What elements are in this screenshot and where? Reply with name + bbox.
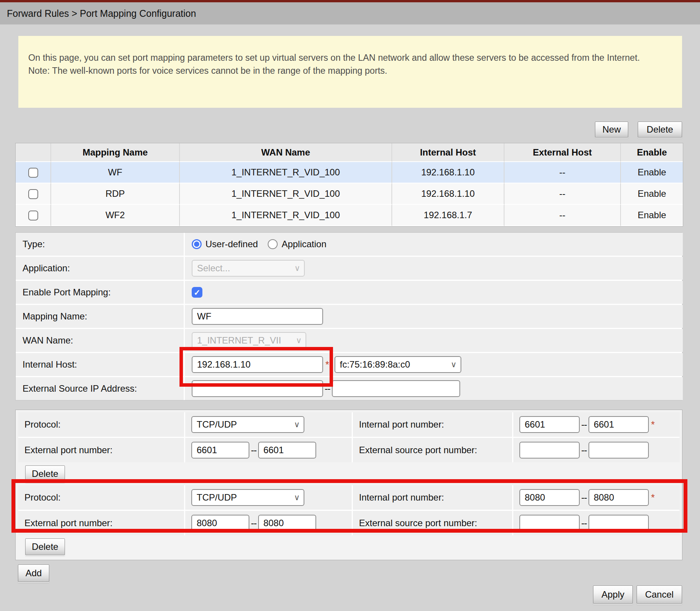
application-value-cell: Select...	[185, 257, 683, 280]
column-header-internal-host: Internal Host	[392, 143, 504, 162]
mapping-name-label: Mapping Name:	[16, 305, 184, 328]
mapping-name-input[interactable]	[192, 308, 323, 325]
chevron-down-icon	[296, 335, 302, 345]
application-select[interactable]: Select...	[192, 260, 305, 277]
port-rules-panel: Protocol: TCP/UDP Internal port number: …	[15, 410, 682, 560]
range-separator: --	[251, 518, 257, 529]
enable-port-mapping-label: Enable Port Mapping:	[16, 281, 184, 304]
protocol-select-value: TCP/UDP	[197, 419, 237, 430]
protocol-select-value: TCP/UDP	[197, 492, 237, 503]
range-separator: --	[581, 419, 587, 430]
cancel-button[interactable]: Cancel	[637, 585, 682, 604]
range-separator: --	[581, 492, 587, 503]
external-port-to-input[interactable]	[258, 515, 316, 532]
table-row: WF 1_INTERNET_R_VID_100 192.168.1.10 -- …	[16, 162, 683, 183]
column-header-mapping-name: Mapping Name	[51, 143, 180, 162]
protocol-value-cell: TCP/UDP	[185, 485, 352, 510]
row-checkbox[interactable]	[28, 211, 38, 220]
enable-cell: Enable	[621, 205, 683, 226]
application-select-value: Select...	[197, 263, 230, 274]
application-label: Application:	[16, 257, 184, 280]
external-source-port-value-cell: --	[513, 511, 680, 535]
row-checkbox[interactable]	[28, 189, 38, 199]
internal-port-from-input[interactable]	[519, 489, 580, 506]
column-header-external-host: External Host	[504, 143, 621, 162]
wan-name-cell: 1_INTERNET_R_VID_100	[180, 183, 392, 205]
external-source-port-from-input[interactable]	[519, 442, 580, 459]
external-port-value-cell: --	[185, 511, 352, 535]
external-source-port-to-input[interactable]	[588, 515, 649, 532]
port-mapping-form: Type: User-defined Application Applicati…	[15, 232, 682, 400]
mapping-name-cell: RDP	[51, 183, 180, 205]
internal-port-value-cell: -- *	[513, 485, 680, 510]
wan-name-select[interactable]: 1_INTERNET_R_VII	[192, 332, 306, 349]
port-rule-block: Protocol: TCP/UDP Internal port number: …	[18, 485, 679, 558]
internal-port-value-cell: -- *	[513, 412, 680, 437]
type-value-cell: User-defined Application	[185, 233, 683, 256]
external-port-label: External port number:	[18, 438, 184, 462]
type-label: Type:	[16, 233, 184, 256]
internal-host-cell: 192.168.1.10	[392, 183, 504, 205]
row-checkbox[interactable]	[28, 168, 38, 178]
column-header-checkbox	[16, 143, 51, 162]
external-port-label: External port number:	[18, 511, 184, 535]
external-port-from-input[interactable]	[191, 442, 249, 459]
internal-port-to-input[interactable]	[588, 489, 649, 506]
internal-host-input[interactable]	[192, 356, 323, 373]
external-source-port-from-input[interactable]	[519, 515, 580, 532]
rule-delete-button[interactable]: Delete	[25, 538, 65, 555]
chevron-down-icon	[294, 492, 300, 502]
table-row: RDP 1_INTERNET_R_VID_100 192.168.1.10 --…	[16, 183, 683, 205]
internal-host-mac-select[interactable]: fc:75:16:89:8a:c0	[335, 356, 461, 373]
enable-cell: Enable	[621, 162, 683, 183]
apply-button[interactable]: Apply	[593, 585, 633, 604]
type-radio-user-defined[interactable]	[192, 239, 202, 249]
internal-port-label: Internal port number:	[353, 412, 512, 437]
range-separator: --	[325, 383, 330, 394]
mapping-name-value-cell	[185, 305, 683, 328]
page-header: Forward Rules > Port Mapping Configurati…	[0, 2, 700, 24]
info-line-1: On this page, you can set port mapping p…	[28, 51, 672, 64]
required-asterisk: *	[651, 492, 655, 503]
column-header-enable: Enable	[621, 143, 683, 162]
wan-name-select-value: 1_INTERNET_R_VII	[197, 335, 281, 346]
external-port-to-input[interactable]	[258, 442, 316, 459]
enable-port-mapping-checkbox[interactable]	[192, 287, 202, 298]
new-button[interactable]: New	[595, 122, 628, 138]
breadcrumb-title: Forward Rules > Port Mapping Configurati…	[7, 8, 196, 19]
external-source-ip-label: External Source IP Address:	[16, 377, 184, 400]
range-separator: --	[581, 518, 587, 529]
external-port-from-input[interactable]	[191, 515, 249, 532]
add-button[interactable]: Add	[18, 564, 49, 582]
external-source-ip-to-input[interactable]	[332, 380, 460, 397]
internal-port-to-input[interactable]	[588, 416, 649, 433]
internal-host-value-cell: * fc:75:16:89:8a:c0	[185, 353, 683, 376]
table-header-row: Mapping Name WAN Name Internal Host Exte…	[16, 143, 683, 162]
type-radio-application[interactable]	[268, 239, 278, 249]
external-source-port-to-input[interactable]	[588, 442, 649, 459]
required-asterisk: *	[651, 419, 655, 430]
type-radio-application-label: Application	[281, 239, 326, 250]
external-source-port-label: External source port number:	[353, 438, 512, 462]
wan-name-cell: 1_INTERNET_R_VID_100	[180, 162, 392, 183]
column-header-wan-name: WAN Name	[180, 143, 392, 162]
internal-host-cell: 192.168.1.10	[392, 162, 504, 183]
info-box: On this page, you can set port mapping p…	[18, 36, 682, 108]
external-source-ip-from-input[interactable]	[192, 380, 323, 397]
external-source-port-value-cell: --	[513, 438, 680, 462]
protocol-select[interactable]: TCP/UDP	[191, 489, 304, 506]
internal-port-from-input[interactable]	[519, 416, 580, 433]
delete-button[interactable]: Delete	[638, 122, 682, 138]
wan-name-value-cell: 1_INTERNET_R_VII	[185, 329, 683, 352]
protocol-label: Protocol:	[18, 485, 184, 510]
chevron-down-icon	[451, 359, 456, 370]
enable-cell: Enable	[621, 183, 683, 205]
external-host-cell: --	[504, 162, 621, 183]
external-host-cell: --	[504, 183, 621, 205]
external-source-ip-value-cell: --	[185, 377, 683, 400]
protocol-value-cell: TCP/UDP	[185, 412, 352, 437]
rule-delete-button[interactable]: Delete	[25, 465, 65, 482]
wan-name-label: WAN Name:	[16, 329, 184, 352]
protocol-select[interactable]: TCP/UDP	[191, 416, 304, 433]
chevron-down-icon	[294, 263, 300, 273]
